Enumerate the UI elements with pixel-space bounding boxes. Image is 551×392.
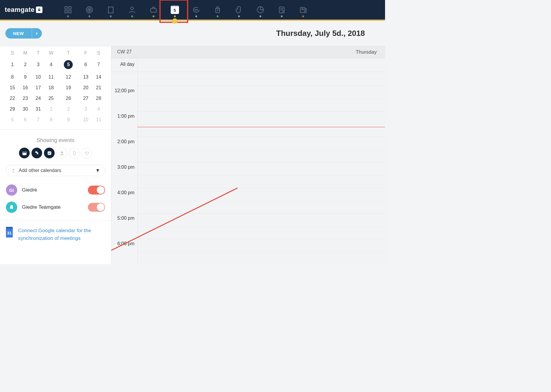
brand-logo[interactable]: teamgate — [5, 6, 42, 14]
mini-cal-day[interactable]: 13 — [79, 72, 92, 82]
google-calendar-link[interactable]: Connect Google calendar for the synchron… — [18, 227, 105, 242]
mini-cal-day[interactable]: 23 — [19, 93, 31, 104]
mini-cal-day[interactable]: 11 — [92, 114, 105, 125]
mini-cal-day[interactable]: 29 — [6, 104, 19, 114]
time-row[interactable]: 6:00 pm — [111, 239, 385, 264]
nav-building-icon[interactable] — [100, 0, 121, 20]
mini-cal-day[interactable]: 2 — [19, 58, 31, 72]
mini-cal-day[interactable]: 5 — [58, 58, 79, 72]
mini-cal-day[interactable]: 22 — [6, 93, 19, 104]
time-cell[interactable] — [137, 86, 385, 111]
mini-cal-day[interactable]: 14 — [92, 72, 105, 82]
mini-cal-day[interactable]: 1 — [6, 58, 19, 72]
nav-dot — [217, 15, 218, 17]
time-cell[interactable] — [137, 239, 385, 264]
mini-cal-day[interactable]: 20 — [79, 82, 92, 93]
mini-cal-day[interactable]: 8 — [6, 72, 19, 82]
mini-cal-day[interactable]: 24 — [32, 93, 45, 104]
mini-cal-day[interactable]: 6 — [19, 114, 31, 125]
time-label: 6:00 pm — [111, 239, 137, 264]
mini-cal-day[interactable]: 25 — [45, 93, 57, 104]
filter-heart-icon[interactable] — [81, 148, 92, 158]
mini-cal-day[interactable]: 15 — [6, 82, 19, 93]
mini-cal-day[interactable]: 10 — [79, 114, 92, 125]
mini-cal-dow: S — [6, 49, 19, 58]
mini-cal-day[interactable]: 5 — [6, 114, 19, 125]
mini-cal-day[interactable]: 11 — [45, 72, 57, 82]
mini-cal-day[interactable]: 2 — [58, 104, 79, 114]
nav-piechart-icon[interactable] — [250, 0, 271, 20]
svg-point-30 — [61, 151, 63, 153]
filter-person-icon[interactable] — [56, 148, 67, 158]
mini-cal-dow: S — [92, 49, 105, 58]
nav-dashboard-icon[interactable] — [57, 0, 79, 20]
mini-cal-day[interactable]: 31 — [32, 104, 45, 114]
filter-mobile-icon[interactable] — [69, 148, 80, 158]
time-cell[interactable] — [137, 111, 385, 137]
mini-cal-day[interactable]: 3 — [79, 104, 92, 114]
mini-cal-day[interactable]: 19 — [58, 82, 79, 93]
new-button-dropdown[interactable] — [32, 28, 42, 39]
time-cell[interactable] — [137, 162, 385, 188]
filter-task-icon[interactable] — [44, 148, 55, 158]
time-row[interactable]: 5:00 pm — [111, 213, 385, 239]
mini-cal-day[interactable]: 3 — [32, 58, 45, 72]
time-row[interactable]: 1:00 pm — [111, 111, 385, 137]
time-row[interactable]: 2:00 pm — [111, 137, 385, 162]
filters-title: Showing events — [0, 130, 111, 148]
mini-cal-day[interactable]: 4 — [92, 104, 105, 114]
time-row[interactable]: 3:00 pm — [111, 162, 385, 188]
filter-phone-icon[interactable] — [31, 148, 42, 158]
filter-calendar-icon[interactable] — [19, 148, 30, 158]
mini-cal-day[interactable]: 4 — [45, 58, 57, 72]
avatar — [6, 202, 17, 213]
nav-person-icon[interactable] — [121, 0, 143, 20]
nav-chat-icon[interactable] — [186, 0, 207, 20]
time-cell[interactable] — [137, 188, 385, 213]
time-cell[interactable] — [137, 137, 385, 162]
nav-target-icon[interactable] — [79, 0, 100, 20]
nav-calendar-icon[interactable]: 5 — [164, 0, 186, 20]
nav-briefcase-icon[interactable] — [143, 0, 164, 20]
time-cell[interactable] — [137, 213, 385, 239]
nav-bag-icon[interactable] — [207, 0, 228, 20]
calendar-toggle[interactable] — [88, 186, 105, 195]
add-other-calendars-select[interactable]: Add other calendars ▼ — [6, 165, 105, 176]
mini-cal-day[interactable]: 10 — [32, 72, 45, 82]
time-grid[interactable]: 12:00 pm1:00 pm2:00 pm3:00 pm4:00 pm5:00… — [111, 72, 385, 264]
mini-cal-day[interactable]: 9 — [58, 114, 79, 125]
google-calendar-connect[interactable]: 31 Connect Google calendar for the synch… — [0, 221, 111, 248]
mini-cal-day[interactable]: 26 — [58, 93, 79, 104]
google-calendar-icon-day: 31 — [7, 231, 12, 235]
all-day-row[interactable]: All day — [111, 58, 385, 72]
mini-cal-day[interactable]: 27 — [79, 93, 92, 104]
page-header: NEW Thursday, July 5d., 2018 — [0, 21, 385, 46]
new-button[interactable]: NEW — [5, 28, 32, 39]
nav-attachment-icon[interactable] — [228, 0, 250, 20]
time-row[interactable]: 12:00 pm — [111, 86, 385, 111]
mini-cal-day[interactable]: 9 — [19, 72, 31, 82]
mini-calendar[interactable]: SMTWTFS 12345678910111213141516171819202… — [0, 46, 111, 129]
mini-cal-day[interactable]: 28 — [92, 93, 105, 104]
mini-cal-day[interactable]: 7 — [92, 58, 105, 72]
mini-cal-day[interactable]: 17 — [32, 82, 45, 93]
time-label: 12:00 pm — [111, 86, 137, 111]
nav-note-icon[interactable] — [271, 0, 292, 20]
time-row[interactable]: 4:00 pm — [111, 188, 385, 213]
mini-cal-day[interactable]: 1 — [45, 104, 57, 114]
mini-cal-day[interactable]: 30 — [19, 104, 31, 114]
google-calendar-icon: 31 — [6, 227, 13, 238]
mini-cal-day[interactable]: 12 — [58, 72, 79, 82]
mini-cal-day[interactable]: 6 — [79, 58, 92, 72]
mini-cal-day[interactable]: 16 — [19, 82, 31, 93]
calendar-toggle[interactable] — [88, 203, 105, 212]
nav-dot — [131, 15, 133, 17]
brand-text: teamgate — [5, 6, 35, 14]
person-icon — [11, 168, 16, 173]
mini-cal-day[interactable]: 21 — [92, 82, 105, 93]
mini-cal-day[interactable]: 8 — [45, 114, 57, 125]
nav-news-icon[interactable] — [292, 0, 314, 20]
mini-cal-day[interactable]: 7 — [32, 114, 45, 125]
mini-cal-day[interactable]: 18 — [45, 82, 57, 93]
mini-cal-dow: W — [45, 49, 57, 58]
